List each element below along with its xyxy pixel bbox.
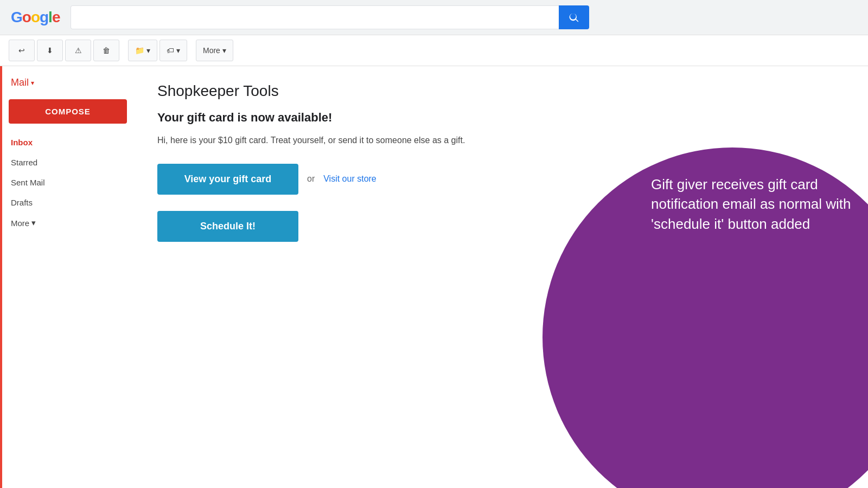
sidebar-item-starred[interactable]: Starred xyxy=(0,152,136,172)
sidebar: Mail ▾ COMPOSE Inbox Starred Sent Mail D… xyxy=(0,66,136,488)
main-layout: ↩ ⬇ ⚠ 🗑 📁 ▾ 🏷 ▾ More ▾ Mail xyxy=(0,35,868,488)
mail-label: Mail xyxy=(11,77,29,88)
search-button[interactable] xyxy=(559,5,589,29)
sidebar-item-drafts[interactable]: Drafts xyxy=(0,192,136,213)
delete-icon: 🗑 xyxy=(103,46,110,55)
reply-icon: ↩ xyxy=(18,46,25,55)
email-sender: Shopkeeper Tools xyxy=(157,82,846,100)
more-label: More xyxy=(203,46,220,55)
sent-label: Sent Mail xyxy=(11,178,45,187)
sidebar-item-more[interactable]: More ▾ xyxy=(0,213,136,233)
more-nav-arrow: ▾ xyxy=(31,218,36,228)
move-arrow: ▾ xyxy=(146,46,150,55)
spam-icon: ⚠ xyxy=(75,46,82,55)
more-button[interactable]: More ▾ xyxy=(196,40,233,61)
search-bar xyxy=(71,5,857,29)
label-button[interactable]: 🏷 ▾ xyxy=(159,40,187,61)
search-input[interactable] xyxy=(71,5,559,29)
callout-text: Gift giver receives gift card notificati… xyxy=(651,175,857,234)
reply-button[interactable]: ↩ xyxy=(9,40,35,61)
email-subject: Your gift card is now available! xyxy=(157,111,846,125)
logo-letter-l: l xyxy=(48,9,52,26)
logo-letter-o2: o xyxy=(31,9,40,26)
delete-button[interactable]: 🗑 xyxy=(93,40,119,61)
label-icon: 🏷 xyxy=(167,46,174,55)
logo-letter-g2: g xyxy=(40,9,48,26)
folder-icon: 📁 xyxy=(135,46,144,55)
search-icon xyxy=(569,12,579,23)
compose-button[interactable]: COMPOSE xyxy=(9,99,127,124)
toolbar: ↩ ⬇ ⚠ 🗑 📁 ▾ 🏷 ▾ More ▾ xyxy=(0,35,868,66)
body-area: Mail ▾ COMPOSE Inbox Starred Sent Mail D… xyxy=(0,66,868,488)
inbox-label: Inbox xyxy=(11,138,33,147)
starred-label: Starred xyxy=(11,158,37,167)
logo-letter-o1: o xyxy=(22,9,31,26)
or-text: or xyxy=(307,174,315,184)
sidebar-item-sent[interactable]: Sent Mail xyxy=(0,172,136,192)
schedule-button[interactable]: Schedule It! xyxy=(157,211,298,242)
logo-letter-g1: G xyxy=(11,9,22,26)
archive-button[interactable]: ⬇ xyxy=(37,40,63,61)
more-nav-label: More xyxy=(11,219,29,228)
sidebar-item-inbox[interactable]: Inbox xyxy=(0,132,136,152)
email-content: Shopkeeper Tools Your gift card is now a… xyxy=(136,66,868,488)
mail-dropdown-arrow: ▾ xyxy=(31,79,34,87)
label-arrow: ▾ xyxy=(176,46,180,55)
visit-store-link[interactable]: Visit our store xyxy=(323,174,376,184)
logo-letter-e: e xyxy=(52,9,60,26)
mail-header[interactable]: Mail ▾ xyxy=(0,70,136,95)
archive-icon: ⬇ xyxy=(47,46,53,55)
move-button[interactable]: 📁 ▾ xyxy=(128,40,157,61)
google-logo: Google xyxy=(11,9,60,26)
view-gift-card-button[interactable]: View your gift card xyxy=(157,164,298,195)
spam-button[interactable]: ⚠ xyxy=(65,40,91,61)
drafts-label: Drafts xyxy=(11,198,33,207)
email-body: Hi, here is your $10 gift card. Treat yo… xyxy=(157,133,483,147)
more-arrow: ▾ xyxy=(222,46,226,55)
top-bar: Google xyxy=(0,0,868,35)
